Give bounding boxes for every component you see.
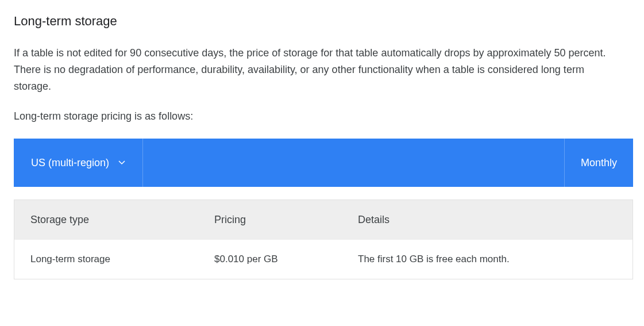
pricing-table: Storage type Pricing Details Long-term s… xyxy=(14,200,633,279)
intro-paragraph: If a table is not edited for 90 consecut… xyxy=(14,45,623,94)
region-bar-spacer xyxy=(143,139,565,187)
cell-details: The first 10 GB is free each month. xyxy=(342,240,633,279)
region-label: US (multi-region) xyxy=(31,157,109,169)
section-title: Long-term storage xyxy=(14,14,630,29)
header-details: Details xyxy=(342,200,633,240)
header-storage-type: Storage type xyxy=(14,200,198,240)
billing-period-toggle[interactable]: Monthly xyxy=(565,139,633,187)
table-row: Long-term storage $0.010 per GB The firs… xyxy=(14,240,633,279)
table-header-row: Storage type Pricing Details xyxy=(14,200,633,240)
header-pricing: Pricing xyxy=(198,200,342,240)
pricing-intro-paragraph: Long-term storage pricing is as follows: xyxy=(14,108,623,125)
region-bar: US (multi-region) Monthly xyxy=(14,139,633,187)
cell-pricing: $0.010 per GB xyxy=(198,240,342,279)
cell-storage-type: Long-term storage xyxy=(14,240,198,279)
region-select[interactable]: US (multi-region) xyxy=(14,139,143,187)
chevron-down-icon xyxy=(118,160,125,165)
billing-period-label: Monthly xyxy=(581,157,617,169)
